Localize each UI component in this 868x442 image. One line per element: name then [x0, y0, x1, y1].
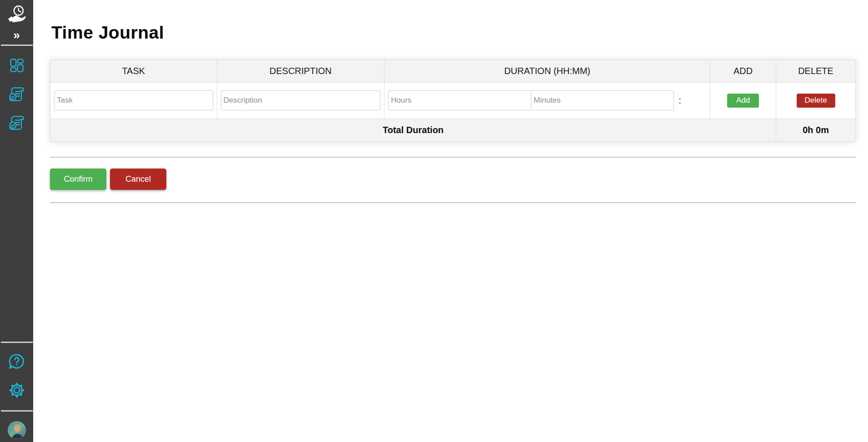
main-content: Time Journal TASK DESCRIPTION DURATION (…	[33, 23, 868, 203]
hours-input[interactable]	[388, 90, 531, 110]
column-header-task: TASK	[50, 60, 217, 82]
duration-colon-separator: :	[678, 95, 681, 106]
page-title: Time Journal	[51, 23, 868, 43]
task-input[interactable]	[54, 90, 213, 110]
minutes-input[interactable]	[531, 90, 674, 110]
collapse-chevron-icon[interactable]: »	[13, 29, 20, 41]
settings-gear-icon[interactable]	[8, 381, 26, 399]
sidebar-divider	[1, 410, 33, 412]
entry-input-row: : Add Delete	[50, 82, 856, 119]
column-header-add: ADD	[710, 60, 776, 82]
journal-scroll-icon-2[interactable]	[8, 114, 26, 132]
section-divider	[50, 157, 856, 158]
total-duration-label: Total Duration	[50, 119, 776, 141]
column-header-duration: DURATION (HH:MM)	[384, 60, 710, 82]
total-duration-value: 0h 0m	[776, 119, 856, 141]
dashboard-icon[interactable]	[9, 58, 25, 73]
time-journal-table: TASK DESCRIPTION DURATION (HH:MM) ADD DE…	[50, 60, 856, 142]
delete-button[interactable]: Delete	[797, 94, 835, 108]
time-hand-logo-icon[interactable]	[6, 5, 27, 25]
sidebar: »	[0, 0, 33, 442]
column-header-delete: DELETE	[776, 60, 856, 82]
sidebar-divider	[1, 45, 33, 46]
table-header-row: TASK DESCRIPTION DURATION (HH:MM) ADD DE…	[50, 60, 856, 82]
total-duration-row: Total Duration 0h 0m	[50, 119, 856, 141]
form-actions: Confirm Cancel	[50, 169, 856, 190]
section-divider	[50, 202, 856, 203]
journal-scroll-icon[interactable]	[8, 85, 26, 104]
cancel-button[interactable]: Cancel	[110, 169, 166, 190]
confirm-button[interactable]: Confirm	[50, 169, 106, 190]
user-avatar[interactable]	[8, 421, 26, 439]
column-header-description: DESCRIPTION	[217, 60, 384, 82]
sidebar-divider	[1, 342, 33, 343]
add-button[interactable]: Add	[727, 94, 759, 108]
description-input[interactable]	[221, 90, 381, 110]
help-icon[interactable]	[8, 353, 26, 371]
